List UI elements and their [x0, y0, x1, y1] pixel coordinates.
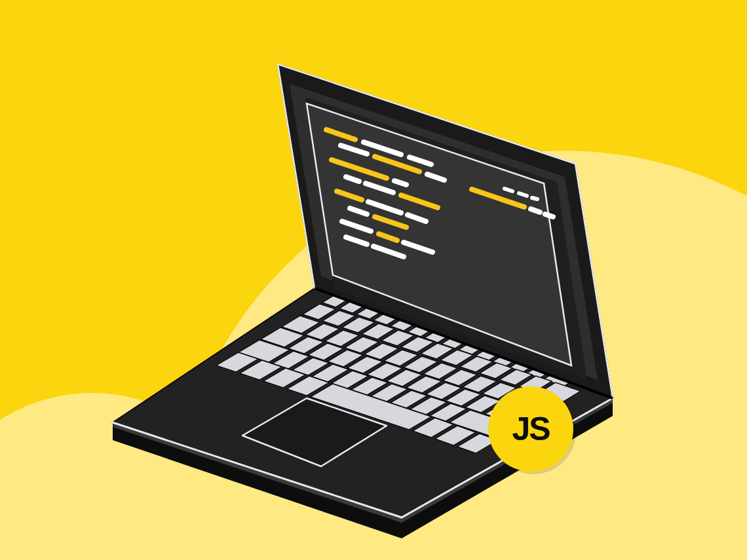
svg-line-13	[394, 181, 406, 185]
svg-line-11	[545, 214, 553, 217]
svg-line-2	[532, 198, 537, 199]
svg-line-10	[531, 209, 540, 212]
js-badge: JS	[488, 386, 573, 472]
svg-line-1	[519, 193, 527, 196]
js-badge-label: JS	[512, 410, 549, 448]
illustration-stage: JS	[0, 0, 747, 560]
laptop-illustration	[0, 0, 747, 560]
svg-line-0	[505, 189, 512, 191]
